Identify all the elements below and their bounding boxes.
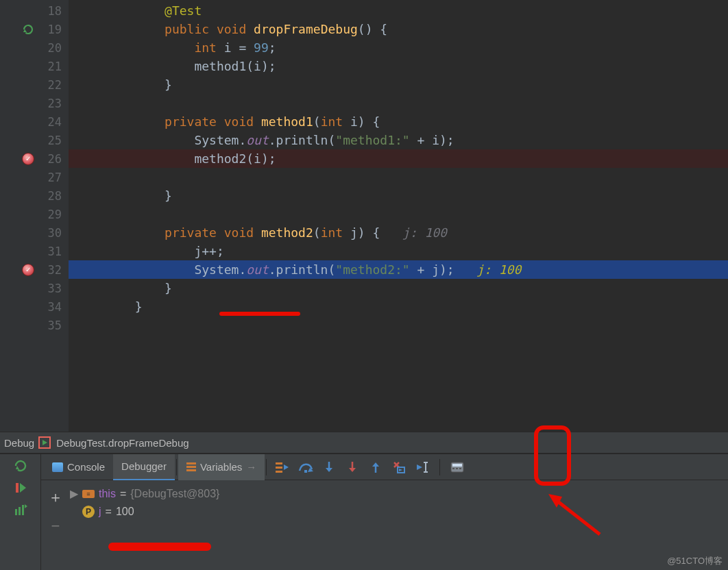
svg-rect-6 [15,509,17,515]
step-toolbar [268,459,472,475]
code-line[interactable]: j++; [69,242,728,260]
code-token: @Test [165,3,202,18]
drop-frame-button[interactable] [391,460,407,475]
force-step-into-button[interactable] [345,460,360,475]
code-line[interactable]: } [69,186,728,205]
annotation-underline-vars [108,543,211,551]
code-line[interactable]: @Test [69,1,728,20]
svg-rect-12 [276,471,282,473]
code-token: "method1:" [335,133,409,147]
code-line[interactable] [69,205,728,223]
code-line[interactable]: } [69,279,728,297]
restore-layout-icon[interactable]: → [246,461,256,473]
code-line[interactable]: method2(i); [69,149,728,168]
tab-variables[interactable]: Variables → [178,454,265,480]
variable-row-this[interactable]: ▶ ≡ this = {DebugTest@803} [70,487,219,500]
svg-rect-7 [19,507,21,515]
code-editor[interactable]: 181920212223242526✓272829303132✓333435 @… [0,0,728,432]
svg-marker-3 [16,466,19,469]
code-line[interactable] [69,94,728,112]
variable-row-j[interactable]: P j = 100 [70,506,219,518]
gutter-row[interactable]: 24 [0,112,69,131]
run-to-cursor-button[interactable] [415,460,430,475]
editor-code-area[interactable]: @Test public void dropFrameDebug() { int… [69,0,728,432]
variables-tree[interactable]: ▶ ≡ this = {DebugTest@803} P j = 100 [70,487,219,563]
line-number: 21 [44,60,62,73]
tab-console[interactable]: Console [44,454,113,480]
code-token: ( [313,225,321,240]
code-token: System. [194,133,246,147]
code-line[interactable]: System.out.println("method1:" + i); [69,131,728,149]
code-token: int [321,114,350,129]
stop-button[interactable] [13,502,28,517]
code-line[interactable]: System.out.println("method2:" + j); j: 1… [69,260,728,279]
gutter-row[interactable]: 19 [0,20,69,38]
code-token: method2(i); [194,151,276,166]
svg-rect-33 [456,468,458,469]
evaluate-expression-button[interactable] [450,460,465,475]
remove-watch-button[interactable]: − [51,517,60,535]
code-token: } [135,299,143,314]
gutter-row[interactable]: 31 [0,242,69,260]
expander-icon[interactable]: ▶ [70,487,78,500]
line-number: 26 [44,152,62,166]
code-token: j [350,225,358,240]
gutter-row[interactable]: 25 [0,131,69,149]
resume-button[interactable] [13,480,28,495]
code-token: dropFrameDebug [254,22,358,36]
add-watch-button[interactable]: ＋ [48,487,63,508]
code-token: .println( [269,262,336,277]
gutter-row[interactable]: 20 [0,38,69,57]
gutter-row[interactable]: 30 [0,223,69,242]
gutter-row[interactable]: 35 [0,316,69,334]
gutter-row[interactable]: 22 [0,75,69,94]
code-token: j: 100 [402,225,447,240]
breakpoint-icon[interactable]: ✓ [22,153,34,165]
code-line[interactable]: } [69,75,728,94]
code-line[interactable]: int i = 99; [69,38,728,57]
svg-marker-13 [284,464,289,470]
svg-marker-17 [326,468,332,472]
code-token: method1 [261,114,313,129]
debug-tool-window-header[interactable]: Debug DebugTest.dropFrameDebug [0,432,728,454]
svg-rect-4 [16,483,19,493]
annotation-underline-code [219,312,300,316]
tab-debugger-label: Debugger [121,460,167,472]
gutter-row[interactable]: 23 [0,94,69,112]
code-line[interactable]: public void dropFrameDebug() { [69,20,728,38]
code-token: 99 [254,40,269,55]
rerun-button[interactable] [13,458,28,473]
code-token: + i); [410,133,454,147]
variables-pane[interactable]: ＋ − ▶ ≡ this = {DebugTest@803} P j = 100 [41,480,728,570]
code-line[interactable] [69,168,728,186]
step-out-button[interactable] [368,460,383,475]
gutter-row[interactable]: 27 [0,168,69,186]
breakpoint-icon[interactable]: ✓ [22,264,34,276]
code-token: ) { [358,225,402,240]
step-over-button[interactable] [298,460,313,475]
gutter-row[interactable]: 32✓ [0,260,69,279]
step-into-button[interactable] [321,460,337,475]
code-line[interactable]: private void method2(int j) { j: 100 [69,223,728,242]
code-line[interactable]: method1(i); [69,57,728,75]
gutter-row[interactable]: 29 [0,205,69,223]
gutter-row[interactable]: 21 [0,57,69,75]
run-gutter-icon[interactable] [22,23,34,36]
show-execution-point-button[interactable] [275,460,290,475]
gutter-row[interactable]: 28 [0,186,69,205]
variables-icon [186,462,196,471]
gutter-row[interactable]: 26✓ [0,149,69,168]
code-token: "method2:" [335,262,409,277]
tab-debugger[interactable]: Debugger [113,454,175,480]
editor-gutter[interactable]: 181920212223242526✓272829303132✓333435 [0,0,69,432]
gutter-row[interactable]: 34 [0,297,69,316]
code-line[interactable]: private void method1(int i) { [69,112,728,131]
line-number: 20 [44,41,62,55]
parameter-badge-icon: P [82,506,95,518]
svg-marker-9 [25,504,27,508]
gutter-row[interactable]: 18 [0,1,69,20]
separator [176,459,177,475]
code-line[interactable] [69,316,728,334]
code-line[interactable]: } [69,297,728,316]
gutter-row[interactable]: 33 [0,279,69,297]
